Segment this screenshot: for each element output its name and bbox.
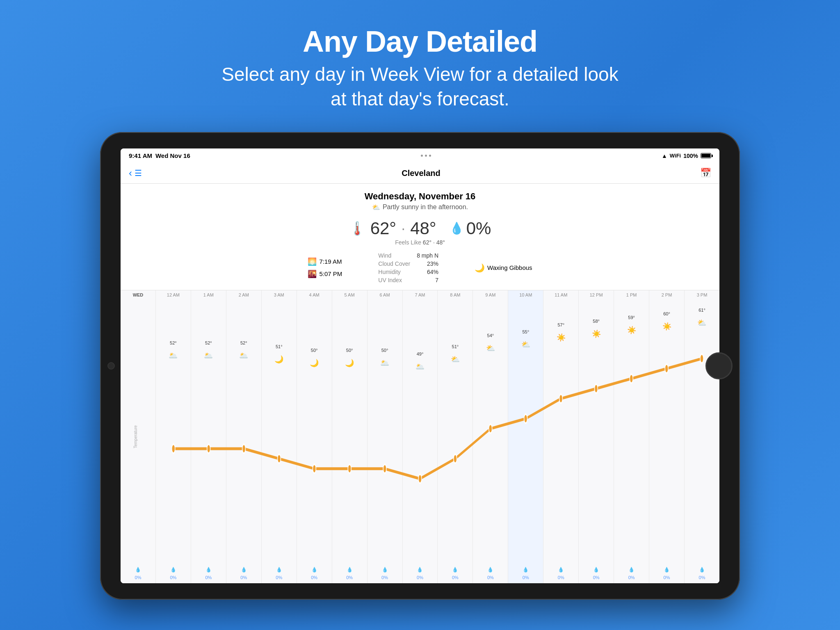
col-label: 6 AM — [368, 290, 402, 298]
chart-column-10-am: 10 AM55°⛅💧0% — [508, 290, 543, 583]
chart-column-wed: WED💧0% — [121, 290, 156, 583]
chart-column-3-pm: 3 PM61°⛅💧0% — [685, 290, 719, 583]
chart-columns: WED💧0%12 AM52°🌥️💧0%1 AM52°🌥️💧0%2 AM52°🌥️… — [121, 290, 719, 583]
humidity-row: Humidity 64% — [375, 268, 442, 276]
low-temp: 48° — [410, 219, 436, 238]
promo-title: Any Day Detailed — [221, 25, 618, 58]
col-weather-icon: ⛅ — [508, 340, 543, 349]
sunset-time: 5:07 PM — [319, 270, 342, 277]
col-label: 3 AM — [262, 290, 297, 298]
col-label: 7 AM — [403, 290, 438, 298]
col-temp-value: 58° — [579, 319, 614, 324]
chart-column-2-pm: 2 PM60°☀️💧0% — [649, 290, 685, 583]
col-precip-value: 0% — [579, 575, 614, 580]
precip-icon: 💧 — [649, 567, 684, 573]
temp-row: 🌡️ 62° · 48° 💧 0% — [121, 219, 719, 238]
back-chevron-icon[interactable]: ‹ — [129, 167, 132, 179]
col-temp-value: 50° — [332, 348, 367, 353]
condition-text: Partly sunny in the afternoon. — [383, 203, 468, 211]
chart-column-9-am: 9 AM54°⛅💧0% — [473, 290, 508, 583]
precip-icon: 💧 — [121, 567, 155, 573]
col-precip-value: 0% — [543, 575, 578, 580]
sunrise-row: 🌅 7:19 AM — [308, 257, 342, 266]
col-label: 10 AM — [508, 290, 543, 298]
col-label: 2 PM — [649, 290, 684, 298]
col-weather-icon: ☀️ — [543, 333, 578, 342]
chart-area: Temperature WED💧0%12 AM52°🌥️💧0%1 AM52°🌥️… — [121, 290, 719, 583]
feels-like-value: 62° · 48° — [423, 239, 445, 246]
precip-icon: 💧 — [262, 567, 297, 573]
temp-separator: · — [401, 220, 405, 237]
status-right: ▲ WiFi 100% — [662, 153, 711, 159]
list-icon[interactable]: ☰ — [135, 168, 142, 178]
col-label: 12 PM — [579, 290, 614, 298]
col-label: 9 AM — [473, 290, 508, 298]
chart-column-3-am: 3 AM51°🌙💧0% — [262, 290, 297, 583]
high-temp: 62° — [370, 219, 397, 238]
col-weather-icon: 🌥️ — [368, 358, 402, 368]
ipad-screen: 9:41 AM Wed Nov 16 ▲ WiFi 100% ‹ ☰ — [121, 148, 719, 583]
sunset-row: 🌇 5:07 PM — [308, 269, 342, 278]
nav-left[interactable]: ‹ ☰ — [129, 167, 142, 179]
col-label: 1 PM — [614, 290, 649, 298]
precip-icon: 💧 — [508, 567, 543, 573]
chart-column-12-pm: 12 PM58°☀️💧0% — [579, 290, 614, 583]
col-weather-icon: ☀️ — [649, 322, 684, 331]
precip-icon: 💧 — [543, 567, 578, 573]
col-label: 5 AM — [332, 290, 367, 298]
main-content: Wednesday, November 16 ⛅ Partly sunny in… — [121, 184, 719, 583]
moon-info: 🌙 Waxing Gibbous — [475, 263, 532, 273]
humidity-value: 64% — [413, 268, 442, 276]
status-time: 9:41 AM — [129, 152, 152, 159]
col-weather-icon: 🌥️ — [156, 351, 191, 360]
precip-icon: 💧 — [579, 567, 614, 573]
promo-section: Any Day Detailed Select any day in Week … — [221, 25, 618, 112]
col-precip-value: 0% — [614, 575, 649, 580]
calendar-icon[interactable]: 📅 — [700, 168, 711, 178]
col-temp-value: 60° — [649, 311, 684, 316]
sun-times: 🌅 7:19 AM 🌇 5:07 PM — [308, 257, 342, 278]
ipad-frame: 9:41 AM Wed Nov 16 ▲ WiFi 100% ‹ ☰ — [100, 132, 740, 600]
col-precip-value: 0% — [262, 575, 297, 580]
nav-title: Cleveland — [402, 169, 440, 178]
precip-icon: 💧 — [191, 567, 226, 573]
col-temp-value: 54° — [473, 333, 508, 338]
wind-label: Wind — [375, 251, 413, 260]
battery-percent: 100% — [683, 153, 698, 159]
col-label: 3 PM — [685, 290, 719, 298]
precip-chance: 0% — [466, 219, 491, 238]
chart-column-6-am: 6 AM50°🌥️💧0% — [368, 290, 403, 583]
dot1 — [421, 155, 423, 157]
precip-icon: 💧 — [403, 567, 438, 573]
col-temp-value: 50° — [297, 348, 332, 353]
col-weather-icon: 🌥️ — [403, 362, 438, 371]
col-weather-icon: ☀️ — [614, 326, 649, 335]
col-precip-value: 0% — [121, 575, 155, 580]
uv-row: UV Index 7 — [375, 276, 442, 284]
col-weather-icon: 🌙 — [262, 355, 297, 364]
col-precip-value: 0% — [191, 575, 226, 580]
precip-icon: 💧 — [156, 567, 191, 573]
col-temp-value: 57° — [543, 322, 578, 327]
precip-icon: 💧 — [368, 567, 402, 573]
chart-column-7-am: 7 AM49°🌥️💧0% — [403, 290, 438, 583]
sunset-icon: 🌇 — [308, 269, 317, 278]
col-precip-value: 0% — [156, 575, 191, 580]
col-precip-value: 0% — [508, 575, 543, 580]
chart-column-1-am: 1 AM52°🌥️💧0% — [191, 290, 226, 583]
cloud-value: 23% — [413, 260, 442, 268]
col-precip-value: 0% — [297, 575, 332, 580]
col-label: 2 AM — [226, 290, 261, 298]
col-temp-value: 59° — [614, 315, 649, 320]
precip-icon: 💧 — [226, 567, 261, 573]
precip-icon: 💧 — [438, 567, 472, 573]
chart-column-8-am: 8 AM51°⛅💧0% — [438, 290, 473, 583]
status-date: Wed Nov 16 — [155, 152, 190, 159]
moon-phase: Waxing Gibbous — [487, 264, 532, 271]
col-weather-icon: 🌥️ — [226, 351, 261, 360]
battery-icon — [701, 153, 711, 158]
nav-right[interactable]: 📅 — [700, 168, 711, 178]
feels-like-row: Feels Like 62° · 48° — [121, 239, 719, 246]
day-title: Wednesday, November 16 — [121, 191, 719, 202]
chart-column-4-am: 4 AM50°🌙💧0% — [297, 290, 332, 583]
